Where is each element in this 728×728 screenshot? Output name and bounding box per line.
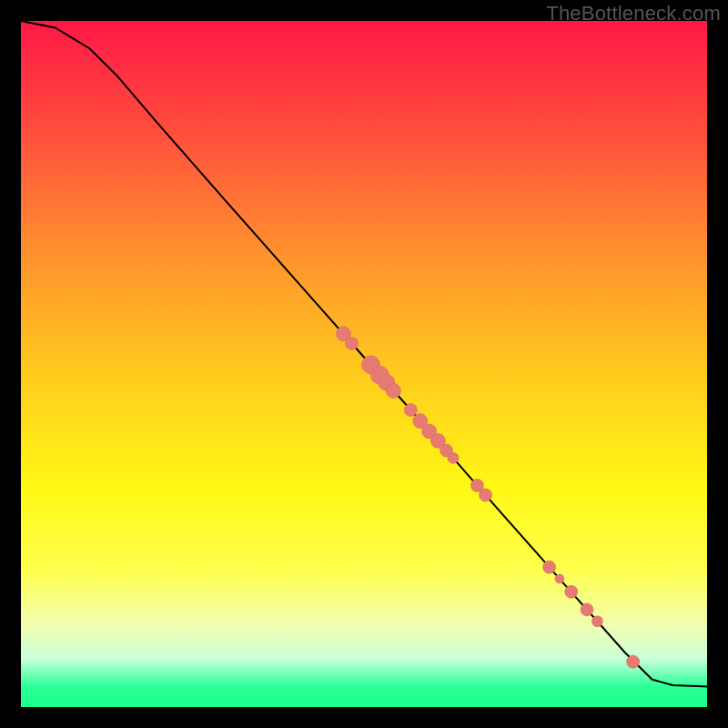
chart-marker: [565, 585, 578, 598]
chart-marker: [448, 452, 459, 463]
chart-marker: [404, 404, 417, 417]
chart-marker: [480, 489, 492, 501]
chart-marker: [555, 574, 564, 583]
chart-marker: [543, 561, 556, 573]
chart-marker: [581, 603, 593, 616]
chart-marker: [627, 655, 640, 668]
chart-frame: [21, 21, 707, 707]
chart-marker: [386, 383, 400, 398]
chart-svg: [21, 21, 707, 707]
chart-marker: [345, 337, 358, 349]
chart-curve: [21, 21, 707, 686]
chart-markers-group: [336, 327, 639, 668]
chart-marker: [592, 616, 602, 627]
